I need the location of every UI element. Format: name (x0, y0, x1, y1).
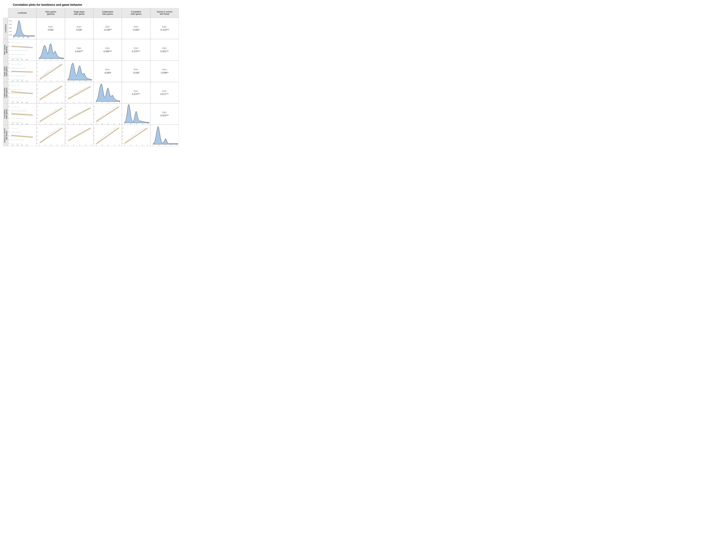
svg-point-34 (22, 50, 23, 51)
svg-point-265 (15, 111, 15, 111)
svg-text:4: 4 (65, 110, 66, 111)
cell-r6c4: 5 4 3 2 1 (93, 125, 122, 146)
svg-point-273 (15, 107, 15, 107)
col-header-4: Collaborativevideo games (93, 8, 122, 18)
cell-r5c6: Corr: 0.414*** (150, 103, 179, 125)
cell-r4c5: Corr: 0.474*** (122, 82, 150, 103)
svg-point-222 (81, 90, 81, 90)
svg-point-79 (14, 76, 15, 76)
cell-r3c6: Corr: -0.096** (150, 61, 179, 82)
svg-point-30 (15, 50, 15, 51)
svg-point-450 (108, 132, 109, 132)
svg-point-174 (17, 89, 17, 90)
svg-point-17 (18, 58, 18, 59)
svg-text:5: 5 (37, 106, 38, 107)
svg-point-172 (13, 89, 14, 90)
svg-point-220 (77, 92, 78, 92)
svg-point-469 (130, 137, 131, 138)
svg-text:5: 5 (91, 102, 91, 103)
svg-point-368 (23, 140, 23, 140)
svg-text:1: 1 (96, 123, 96, 125)
svg-point-27 (24, 54, 24, 55)
svg-text:2: 2 (8, 139, 9, 140)
svg-point-333 (102, 116, 102, 116)
cell-r4c4: 1 2 3 4 5 (93, 82, 122, 103)
svg-point-337 (109, 111, 109, 111)
svg-point-476 (143, 129, 143, 129)
svg-text:1: 1 (37, 121, 38, 123)
svg-point-336 (107, 112, 107, 112)
svg-point-107 (20, 64, 21, 64)
svg-point-384 (15, 128, 15, 129)
svg-point-76 (21, 79, 21, 80)
svg-point-313 (79, 113, 79, 113)
svg-text:40: 40 (17, 102, 18, 103)
svg-text:1: 1 (39, 102, 40, 103)
svg-text:5: 5 (8, 42, 9, 43)
svg-text:1: 1 (39, 80, 40, 82)
svg-text:2: 2 (37, 139, 38, 140)
svg-text:1: 1 (37, 79, 38, 80)
svg-text:5: 5 (37, 85, 38, 86)
svg-text:40: 40 (17, 145, 18, 146)
cell-r1c6: Corr: -0.123*** (150, 18, 179, 39)
svg-point-403 (52, 132, 53, 133)
svg-point-470 (132, 136, 132, 136)
svg-point-452 (112, 130, 112, 130)
svg-text:5: 5 (147, 145, 148, 146)
svg-text:1: 1 (37, 143, 38, 144)
svg-text:40: 40 (17, 59, 18, 60)
svg-point-453 (113, 129, 114, 129)
svg-text:2: 2 (94, 118, 94, 119)
svg-point-14 (12, 58, 13, 59)
svg-point-171 (11, 89, 12, 90)
svg-point-250 (16, 118, 17, 119)
svg-point-263 (11, 111, 12, 111)
svg-point-158 (18, 97, 19, 98)
svg-point-51 (12, 43, 12, 43)
svg-point-364 (14, 140, 15, 140)
svg-point-446 (101, 138, 102, 138)
svg-point-361 (18, 144, 19, 144)
svg-text:1: 1 (153, 145, 153, 146)
svg-point-477 (144, 128, 145, 129)
svg-point-82 (21, 76, 21, 76)
svg-point-223 (82, 89, 83, 89)
svg-point-365 (16, 140, 17, 140)
svg-text:60: 60 (22, 145, 23, 146)
svg-text:5: 5 (65, 106, 66, 107)
svg-text:4: 4 (37, 131, 38, 133)
svg-point-268 (20, 111, 21, 111)
svg-text:3: 3 (37, 92, 38, 94)
svg-text:3: 3 (79, 123, 80, 125)
svg-text:1: 1 (37, 100, 38, 102)
svg-point-35 (24, 50, 24, 51)
svg-text:4: 4 (122, 131, 123, 133)
row-header-6: Games to connectwith friends (3, 125, 8, 146)
svg-point-449 (106, 133, 107, 134)
svg-point-383 (12, 128, 13, 129)
svg-text:5: 5 (62, 59, 63, 60)
svg-text:1: 1 (124, 145, 125, 146)
svg-text:3: 3 (136, 123, 137, 125)
cell-r1c2: Corr: 0.004 (36, 18, 65, 39)
cell-r2c5: Corr: 0.275*** (122, 39, 150, 60)
svg-point-269 (22, 111, 23, 111)
svg-point-341 (116, 107, 116, 107)
cell-r2c6: Corr: 0.261*** (150, 39, 179, 60)
svg-point-362 (21, 144, 21, 144)
svg-point-225 (86, 87, 86, 88)
svg-point-155 (12, 97, 12, 98)
svg-text:60: 60 (22, 123, 23, 125)
svg-point-36 (26, 50, 26, 51)
svg-text:4: 4 (94, 131, 95, 133)
cell-r3c1: 5 4 3 2 1 (8, 61, 36, 82)
svg-point-401 (49, 135, 49, 135)
svg-point-197 (50, 92, 51, 92)
svg-point-118 (40, 77, 40, 78)
svg-point-162 (13, 93, 14, 94)
svg-point-272 (12, 107, 13, 107)
svg-text:1: 1 (65, 100, 66, 102)
svg-text:2: 2 (159, 145, 159, 146)
svg-text:4: 4 (171, 145, 171, 146)
